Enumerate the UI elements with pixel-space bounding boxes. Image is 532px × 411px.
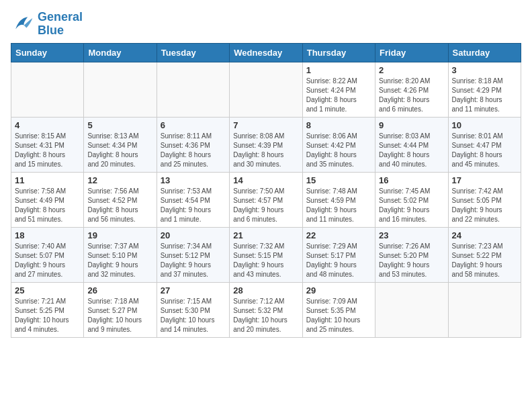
calendar-cell: 5Sunrise: 8:13 AM Sunset: 4:34 PM Daylig…: [84, 117, 157, 172]
calendar-week-5: 25Sunrise: 7:21 AM Sunset: 5:25 PM Dayli…: [11, 282, 521, 337]
day-info: Sunrise: 7:56 AM Sunset: 4:52 PM Dayligh…: [87, 187, 152, 224]
day-info: Sunrise: 8:20 AM Sunset: 4:26 PM Dayligh…: [379, 77, 444, 114]
calendar-cell: 19Sunrise: 7:37 AM Sunset: 5:10 PM Dayli…: [84, 227, 157, 282]
day-info: Sunrise: 7:15 AM Sunset: 5:30 PM Dayligh…: [161, 297, 226, 334]
calendar-cell: 28Sunrise: 7:12 AM Sunset: 5:32 PM Dayli…: [230, 282, 302, 337]
calendar-cell: 20Sunrise: 7:34 AM Sunset: 5:12 PM Dayli…: [157, 227, 229, 282]
calendar-cell: [157, 62, 229, 117]
logo-icon: [11, 12, 35, 36]
calendar-cell: 14Sunrise: 7:50 AM Sunset: 4:57 PM Dayli…: [230, 172, 302, 227]
day-info: Sunrise: 7:53 AM Sunset: 4:54 PM Dayligh…: [161, 187, 226, 224]
day-number: 10: [452, 120, 517, 130]
column-header-sunday: Sunday: [11, 43, 84, 62]
calendar-table: SundayMondayTuesdayWednesdayThursdayFrid…: [11, 43, 521, 338]
column-header-wednesday: Wednesday: [230, 43, 302, 62]
day-number: 18: [15, 230, 80, 240]
column-header-thursday: Thursday: [302, 43, 375, 62]
day-info: Sunrise: 7:32 AM Sunset: 5:15 PM Dayligh…: [233, 242, 298, 279]
day-number: 24: [452, 230, 517, 240]
page-header: General Blue: [11, 11, 521, 38]
calendar-cell: [375, 282, 448, 337]
day-info: Sunrise: 7:34 AM Sunset: 5:12 PM Dayligh…: [161, 242, 226, 279]
calendar-cell: 4Sunrise: 8:15 AM Sunset: 4:31 PM Daylig…: [11, 117, 84, 172]
day-number: 7: [233, 120, 298, 130]
day-number: 9: [379, 120, 444, 130]
calendar-cell: 2Sunrise: 8:20 AM Sunset: 4:26 PM Daylig…: [375, 62, 448, 117]
column-header-friday: Friday: [375, 43, 448, 62]
calendar-cell: 11Sunrise: 7:58 AM Sunset: 4:49 PM Dayli…: [11, 172, 84, 227]
calendar-cell: 6Sunrise: 8:11 AM Sunset: 4:36 PM Daylig…: [157, 117, 229, 172]
day-info: Sunrise: 7:58 AM Sunset: 4:49 PM Dayligh…: [15, 187, 80, 224]
calendar-cell: 13Sunrise: 7:53 AM Sunset: 4:54 PM Dayli…: [157, 172, 229, 227]
calendar-cell: 12Sunrise: 7:56 AM Sunset: 4:52 PM Dayli…: [84, 172, 157, 227]
day-number: 22: [306, 230, 371, 240]
calendar-cell: [448, 282, 521, 337]
calendar-cell: 17Sunrise: 7:42 AM Sunset: 5:05 PM Dayli…: [448, 172, 521, 227]
day-info: Sunrise: 7:48 AM Sunset: 4:59 PM Dayligh…: [306, 187, 371, 224]
day-number: 15: [306, 175, 371, 185]
calendar-header-row: SundayMondayTuesdayWednesdayThursdayFrid…: [11, 43, 521, 62]
calendar-cell: 16Sunrise: 7:45 AM Sunset: 5:02 PM Dayli…: [375, 172, 448, 227]
calendar-cell: [11, 62, 84, 117]
calendar-cell: 10Sunrise: 8:01 AM Sunset: 4:47 PM Dayli…: [448, 117, 521, 172]
day-number: 3: [452, 65, 517, 75]
day-number: 12: [87, 175, 152, 185]
calendar-cell: 15Sunrise: 7:48 AM Sunset: 4:59 PM Dayli…: [302, 172, 375, 227]
day-info: Sunrise: 8:03 AM Sunset: 4:44 PM Dayligh…: [379, 132, 444, 169]
day-number: 28: [233, 285, 298, 295]
day-info: Sunrise: 7:40 AM Sunset: 5:07 PM Dayligh…: [15, 242, 80, 279]
logo: General Blue: [11, 11, 83, 38]
day-number: 4: [15, 120, 80, 130]
day-info: Sunrise: 7:45 AM Sunset: 5:02 PM Dayligh…: [379, 187, 444, 224]
day-number: 6: [161, 120, 226, 130]
calendar-cell: 1Sunrise: 8:22 AM Sunset: 4:24 PM Daylig…: [302, 62, 375, 117]
day-info: Sunrise: 8:01 AM Sunset: 4:47 PM Dayligh…: [452, 132, 517, 169]
logo-text: General Blue: [38, 11, 83, 38]
calendar-cell: [230, 62, 302, 117]
calendar-cell: 7Sunrise: 8:08 AM Sunset: 4:39 PM Daylig…: [230, 117, 302, 172]
day-info: Sunrise: 7:23 AM Sunset: 5:22 PM Dayligh…: [452, 242, 517, 279]
day-number: 19: [87, 230, 152, 240]
calendar-cell: 22Sunrise: 7:29 AM Sunset: 5:17 PM Dayli…: [302, 227, 375, 282]
day-number: 29: [306, 285, 371, 295]
calendar-cell: 8Sunrise: 8:06 AM Sunset: 4:42 PM Daylig…: [302, 117, 375, 172]
calendar-cell: 18Sunrise: 7:40 AM Sunset: 5:07 PM Dayli…: [11, 227, 84, 282]
day-info: Sunrise: 8:15 AM Sunset: 4:31 PM Dayligh…: [15, 132, 80, 169]
day-number: 14: [233, 175, 298, 185]
day-number: 11: [15, 175, 80, 185]
calendar-cell: 23Sunrise: 7:26 AM Sunset: 5:20 PM Dayli…: [375, 227, 448, 282]
day-number: 17: [452, 175, 517, 185]
column-header-monday: Monday: [84, 43, 157, 62]
column-header-tuesday: Tuesday: [157, 43, 229, 62]
column-header-saturday: Saturday: [448, 43, 521, 62]
day-number: 5: [87, 120, 152, 130]
calendar-cell: 27Sunrise: 7:15 AM Sunset: 5:30 PM Dayli…: [157, 282, 229, 337]
day-info: Sunrise: 8:11 AM Sunset: 4:36 PM Dayligh…: [161, 132, 226, 169]
day-number: 26: [87, 285, 152, 295]
calendar-cell: 9Sunrise: 8:03 AM Sunset: 4:44 PM Daylig…: [375, 117, 448, 172]
day-info: Sunrise: 7:09 AM Sunset: 5:35 PM Dayligh…: [306, 297, 371, 334]
calendar-cell: 26Sunrise: 7:18 AM Sunset: 5:27 PM Dayli…: [84, 282, 157, 337]
day-number: 20: [161, 230, 226, 240]
day-info: Sunrise: 8:13 AM Sunset: 4:34 PM Dayligh…: [87, 132, 152, 169]
day-number: 1: [306, 65, 371, 75]
day-info: Sunrise: 8:08 AM Sunset: 4:39 PM Dayligh…: [233, 132, 298, 169]
calendar-week-4: 18Sunrise: 7:40 AM Sunset: 5:07 PM Dayli…: [11, 227, 521, 282]
day-number: 16: [379, 175, 444, 185]
day-number: 27: [161, 285, 226, 295]
day-info: Sunrise: 7:37 AM Sunset: 5:10 PM Dayligh…: [87, 242, 152, 279]
day-number: 2: [379, 65, 444, 75]
calendar-cell: 29Sunrise: 7:09 AM Sunset: 5:35 PM Dayli…: [302, 282, 375, 337]
day-number: 25: [15, 285, 80, 295]
day-info: Sunrise: 8:18 AM Sunset: 4:29 PM Dayligh…: [452, 77, 517, 114]
day-number: 8: [306, 120, 371, 130]
day-number: 21: [233, 230, 298, 240]
calendar-cell: 25Sunrise: 7:21 AM Sunset: 5:25 PM Dayli…: [11, 282, 84, 337]
calendar-week-3: 11Sunrise: 7:58 AM Sunset: 4:49 PM Dayli…: [11, 172, 521, 227]
calendar-cell: 24Sunrise: 7:23 AM Sunset: 5:22 PM Dayli…: [448, 227, 521, 282]
day-number: 23: [379, 230, 444, 240]
day-number: 13: [161, 175, 226, 185]
day-info: Sunrise: 7:50 AM Sunset: 4:57 PM Dayligh…: [233, 187, 298, 224]
day-info: Sunrise: 7:26 AM Sunset: 5:20 PM Dayligh…: [379, 242, 444, 279]
day-info: Sunrise: 7:18 AM Sunset: 5:27 PM Dayligh…: [87, 297, 152, 334]
